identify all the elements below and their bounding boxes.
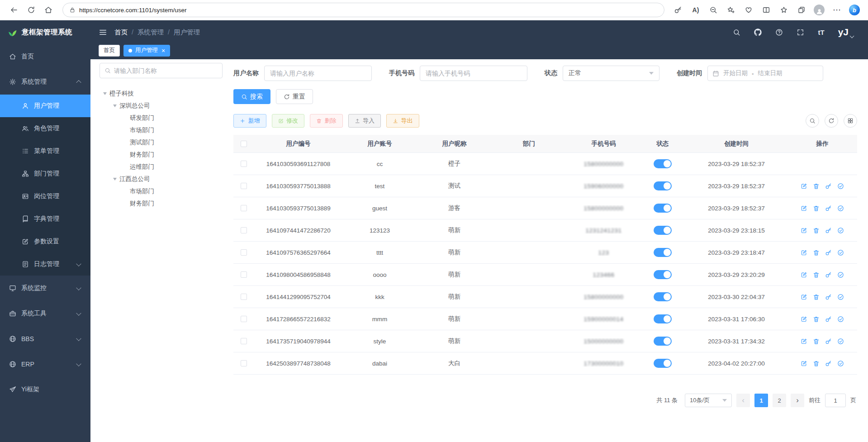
copilot-icon[interactable] (847, 2, 862, 18)
trash-icon[interactable] (813, 227, 820, 234)
select-all-checkbox[interactable] (241, 141, 247, 147)
dept-search-input[interactable] (114, 67, 218, 74)
status-toggle[interactable] (654, 270, 672, 279)
trash-icon[interactable] (813, 183, 820, 190)
trash-icon[interactable] (813, 360, 820, 367)
date-end-placeholder[interactable]: 结束日期 (758, 69, 783, 77)
status-toggle[interactable] (654, 292, 672, 301)
sidebar-menu-item[interactable]: 用户管理 (0, 95, 90, 117)
sidebar-menu-item[interactable]: 菜单管理 (0, 140, 90, 162)
status-toggle[interactable] (654, 314, 672, 323)
row-checkbox[interactable] (241, 271, 247, 278)
sidebar-menu-item[interactable]: 字典管理 (0, 208, 90, 230)
reset-password-key-icon[interactable] (825, 338, 832, 345)
edit-icon[interactable] (801, 271, 807, 278)
toggle-search-button[interactable] (806, 114, 819, 128)
assign-role-check-icon[interactable] (837, 205, 844, 212)
status-toggle[interactable] (654, 159, 672, 168)
add-button[interactable]: 新增 (233, 114, 266, 128)
reset-password-key-icon[interactable] (825, 205, 832, 212)
sidebar-menu-item[interactable]: BBS (0, 326, 90, 352)
breadcrumb-home[interactable]: 首页 (114, 28, 128, 37)
sidebar-menu-item[interactable]: 日志管理 (0, 253, 90, 276)
sidebar-menu-item[interactable]: 角色管理 (0, 117, 90, 140)
date-start-placeholder[interactable]: 开始日期 (723, 69, 748, 77)
status-toggle[interactable] (654, 226, 672, 235)
browser-home-button[interactable] (41, 2, 56, 18)
assign-role-check-icon[interactable] (837, 360, 844, 367)
status-select[interactable]: 正常 (563, 66, 659, 81)
status-toggle[interactable] (654, 181, 672, 190)
edit-button[interactable]: 修改 (272, 114, 305, 128)
user-logo-dropdown[interactable]: yJ (838, 27, 854, 38)
tree-node[interactable]: 江西总公司 (100, 173, 223, 185)
browser-refresh-button[interactable] (24, 2, 39, 18)
caret-down-icon[interactable] (103, 92, 107, 97)
zoom-out-icon[interactable] (706, 2, 721, 18)
sidebar-menu-item[interactable]: 系统管理 (0, 69, 90, 95)
delete-button[interactable]: 删除 (310, 114, 343, 128)
edit-icon[interactable] (801, 249, 807, 256)
sidebar-menu-item[interactable]: ERP (0, 352, 90, 377)
assign-role-check-icon[interactable] (837, 183, 844, 190)
reset-password-key-icon[interactable] (825, 360, 832, 367)
trash-icon[interactable] (813, 316, 820, 323)
search-button[interactable]: 搜索 (233, 89, 270, 104)
trash-icon[interactable] (813, 205, 820, 212)
favorites-icon[interactable] (777, 2, 791, 18)
breadcrumb-system[interactable]: 系统管理 (138, 28, 164, 37)
row-checkbox[interactable] (241, 294, 247, 300)
caret-down-icon[interactable] (113, 178, 117, 182)
address-bar[interactable]: https://ccnetcore.com:1101/system/user (62, 3, 664, 17)
page-button-2[interactable]: 2 (773, 394, 786, 407)
split-screen-icon[interactable] (759, 2, 773, 18)
status-toggle[interactable] (654, 359, 672, 368)
sidebar-toggle-icon[interactable] (99, 28, 107, 37)
refresh-table-button[interactable] (825, 114, 838, 128)
page-size-select[interactable]: 10条/页 (685, 394, 732, 407)
assign-role-check-icon[interactable] (837, 271, 844, 278)
edit-icon[interactable] (801, 316, 807, 323)
edit-icon[interactable] (801, 183, 807, 190)
row-checkbox[interactable] (241, 205, 247, 211)
tree-node[interactable]: 测试部门 (100, 136, 223, 148)
assign-role-check-icon[interactable] (837, 227, 844, 234)
assign-role-check-icon[interactable] (837, 316, 844, 323)
column-settings-button[interactable] (844, 114, 857, 128)
tab-home[interactable]: 首页 (99, 45, 120, 57)
reset-password-key-icon[interactable] (825, 183, 832, 190)
trash-icon[interactable] (813, 338, 820, 345)
sidebar-menu-item[interactable]: 部门管理 (0, 162, 90, 185)
row-checkbox[interactable] (241, 183, 247, 189)
github-icon[interactable] (754, 29, 762, 36)
reset-password-key-icon[interactable] (825, 271, 832, 278)
assign-role-check-icon[interactable] (837, 294, 844, 300)
export-button[interactable]: 导出 (386, 114, 419, 128)
edit-icon[interactable] (801, 294, 807, 300)
row-checkbox[interactable] (241, 316, 247, 322)
row-checkbox[interactable] (241, 227, 247, 233)
username-input[interactable] (264, 66, 372, 81)
sidebar-menu-item[interactable]: 参数设置 (0, 230, 90, 253)
sidebar-menu-item[interactable]: 系统工具 (0, 301, 90, 326)
tree-node[interactable]: 研发部门 (100, 112, 223, 124)
reset-password-key-icon[interactable] (825, 294, 832, 300)
collections-icon[interactable] (794, 2, 809, 18)
assign-role-check-icon[interactable] (837, 338, 844, 345)
prev-page-button[interactable] (736, 394, 750, 407)
header-search-icon[interactable] (733, 29, 740, 36)
reset-password-key-icon[interactable] (825, 249, 832, 256)
row-checkbox[interactable] (241, 360, 247, 366)
tree-node[interactable]: 深圳总公司 (100, 100, 223, 112)
caret-down-icon[interactable] (113, 105, 117, 109)
tree-node[interactable]: 市场部门 (100, 124, 223, 136)
browser-essentials-icon[interactable] (741, 2, 756, 18)
edit-icon[interactable] (801, 227, 807, 234)
status-toggle[interactable] (654, 337, 672, 346)
status-toggle[interactable] (654, 204, 672, 213)
fullscreen-icon[interactable] (797, 29, 804, 36)
read-aloud-icon[interactable] (688, 2, 703, 18)
add-favorite-icon[interactable] (724, 2, 738, 18)
date-range-picker[interactable]: 开始日期 - 结束日期 (707, 66, 823, 81)
import-button[interactable]: 导入 (348, 114, 381, 128)
